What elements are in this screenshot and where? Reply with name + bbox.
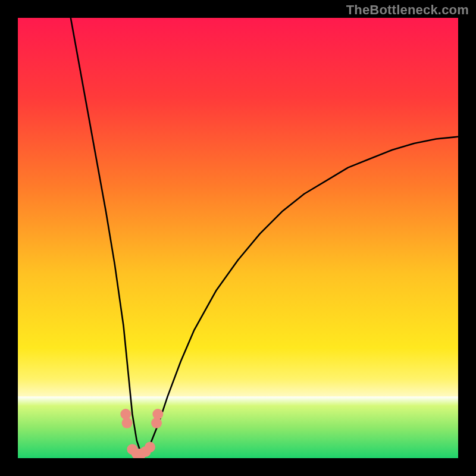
chart-frame: TheBottleneck.com	[0, 0, 476, 476]
attribution-label: TheBottleneck.com	[346, 2, 469, 18]
plot-area	[18, 18, 458, 458]
bottleneck-curve	[71, 18, 458, 454]
highlight-dot	[152, 409, 163, 419]
highlight-dot	[145, 442, 155, 453]
highlight-dot	[122, 418, 133, 428]
highlight-dots	[120, 409, 163, 458]
curve-layer	[18, 18, 458, 458]
